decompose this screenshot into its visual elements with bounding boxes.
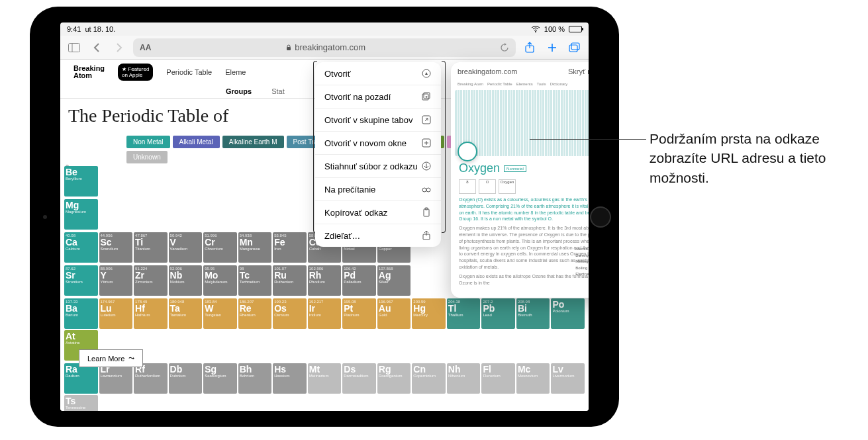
element-Sg[interactable]: SgSeaborgium (203, 363, 237, 394)
element-Pt[interactable]: 195.08PtPlatinum (342, 298, 376, 329)
preview-paragraph-3: Oxygen also exists as the allotrope Ozon… (455, 272, 589, 288)
svg-point-14 (426, 188, 430, 192)
new-tab-button[interactable] (544, 39, 561, 56)
element-Hs[interactable]: HsHassium (273, 363, 307, 394)
element-Ts[interactable]: TsTennessine (64, 395, 98, 411)
element-W[interactable]: 183.84WTungsten (203, 298, 237, 329)
element-Sc[interactable]: 44.956ScScandium (99, 232, 133, 263)
filter-chip-unknown[interactable]: Unknown (126, 151, 168, 163)
element-Ru[interactable]: 101.07RuRuthenium (273, 265, 307, 296)
ctx-kop-rova-odkaz[interactable]: Kopírovať odkaz (315, 201, 441, 224)
element-Hg[interactable]: 200.59HgMercury (412, 298, 446, 329)
preview-paragraph-1: Oxygen (O) exists as a colourless, odour… (455, 195, 589, 224)
battery-percent: 100 % (544, 25, 565, 33)
preview-body: Breaking AtomPeriodic TableElementsTools… (451, 81, 589, 287)
filter-chip-alkali[interactable]: Alkali Metal (173, 136, 220, 148)
reload-button[interactable] (500, 43, 509, 52)
preview-info-boxes: 8 O Oxygen (455, 178, 589, 195)
tab-states[interactable]: Stat (271, 87, 285, 95)
svg-rect-3 (287, 47, 291, 50)
nav-elements[interactable]: Eleme (225, 68, 246, 76)
element-V[interactable]: 50.942VVanadium (169, 232, 203, 263)
forward-button[interactable] (111, 39, 128, 56)
element-Ti[interactable]: 47.867TiTitanium (134, 232, 168, 263)
element-Lu[interactable]: 174.967LuLutetium (99, 298, 133, 329)
element-Zr[interactable]: 91.224ZrZirconium (134, 265, 168, 296)
nav-periodic-table[interactable]: Periodic Table (166, 68, 212, 76)
sidebar-button[interactable] (66, 39, 83, 56)
ctx-otvori-v-novom-okne[interactable]: Otvoriť v novom okne (315, 132, 441, 155)
element-Ca[interactable]: 40.08CaCalcium (64, 232, 98, 263)
element-Rg[interactable]: RgRoentgenium (377, 363, 411, 394)
tabs-button[interactable] (566, 39, 583, 56)
element-Os[interactable]: 190.23OsOsmium (273, 298, 307, 329)
element-Mo[interactable]: 95.95MoMolybdenum (203, 265, 237, 296)
tab-groups[interactable]: Groups (226, 87, 252, 95)
element-Cr[interactable]: 51.996CrChromium (203, 232, 237, 263)
ctx-otvori-v-skupine-tabov[interactable]: Otvoriť v skupine tabov (315, 109, 441, 132)
element-Sr[interactable]: 87.62SrStrontium (64, 265, 98, 296)
element-Lr[interactable]: LrLawrencium (99, 363, 133, 394)
element-Hf[interactable]: 178.49HfHafnium (134, 298, 168, 329)
svg-rect-15 (424, 209, 429, 216)
element-Cn[interactable]: CnCopernicium (412, 363, 446, 394)
element-Pb[interactable]: 207.2PbLead (481, 298, 515, 329)
share-button[interactable] (521, 39, 538, 56)
wifi-icon (531, 26, 540, 32)
element-Mg[interactable]: MgMagnesium (64, 199, 98, 230)
download-icon (421, 161, 432, 171)
element-Re[interactable]: 186.207ReRhenium (238, 298, 272, 329)
element-Tc[interactable]: 98TcTechnetium (238, 265, 272, 296)
element-Db[interactable]: DbDubnium (169, 363, 203, 394)
svg-rect-1 (69, 43, 80, 52)
learn-more-button[interactable]: Learn More ⤳ (79, 349, 143, 367)
glasses-icon (421, 184, 432, 195)
ctx-stiahnu-s-bor-z-odkazu[interactable]: Stiahnuť súbor z odkazu (315, 155, 441, 178)
element-Fe[interactable]: 55.845FeIron (273, 232, 307, 263)
element-Nh[interactable]: NhNihonium (447, 363, 481, 394)
callout-bracket-right (442, 61, 446, 233)
site-logo[interactable]: Breaking Atom (73, 65, 105, 79)
back-button[interactable] (88, 39, 105, 56)
arrow-right-icon: ⤳ (128, 354, 134, 363)
ctx-otvori-na-pozad-[interactable]: Otvoriť na pozadí (315, 85, 441, 109)
url-bar[interactable]: AA breakingatom.com (133, 38, 516, 57)
element-Be[interactable]: BeBeryllium (64, 166, 98, 197)
link-context-menu: OtvoriťOtvoriť na pozadíOtvoriť v skupin… (315, 62, 441, 247)
text-size-button[interactable]: AA (140, 43, 151, 52)
element-Mn[interactable]: 54.938MnManganese (238, 232, 272, 263)
element-Ta[interactable]: 180.948TaTantalum (169, 298, 203, 329)
element-Au[interactable]: 196.967AuGold (377, 298, 411, 329)
element-Ag[interactable]: 107.868AgSilver (377, 265, 411, 296)
element-Rh[interactable]: 102.906RhRhodium (308, 265, 342, 296)
callout-leader-line (530, 139, 646, 140)
ctx-zdie-a-[interactable]: Zdieľať… (315, 224, 441, 247)
ctx-na-pre-tanie[interactable]: Na prečítanie (315, 178, 441, 201)
element-Po[interactable]: PoPolonium (551, 298, 585, 329)
element-Bh[interactable]: BhBohrium (238, 363, 272, 394)
element-Ir[interactable]: 192.217IrIridium (308, 298, 342, 329)
element-Nb[interactable]: 92.906NbNiobium (169, 265, 203, 296)
element-Pd[interactable]: 106.42PdPalladium (342, 265, 376, 296)
element-Tl[interactable]: 204.38TlThallium (447, 298, 481, 329)
stack-plus-icon (421, 91, 432, 102)
element-Ba[interactable]: 137.33BaBarium (64, 298, 98, 329)
element-Y[interactable]: 88.906YYttrium (99, 265, 133, 296)
ctx-otvori-[interactable]: Otvoriť (315, 62, 441, 85)
element-Ds[interactable]: DsDarmstadtium (342, 363, 376, 394)
filter-chip-nonmetal[interactable]: Non Metal (126, 136, 170, 148)
element-Mc[interactable]: McMoscovium (516, 363, 550, 394)
element-Rf[interactable]: RfRutherfordium (134, 363, 168, 394)
element-Mt[interactable]: MtMeitnerium (308, 363, 342, 394)
element-Ra[interactable]: RaRadium (64, 363, 98, 394)
filter-chip-alkearth[interactable]: Alkaline Earth M (222, 136, 284, 148)
home-button[interactable] (590, 206, 611, 228)
ipad-device-frame: 9:41 ut 18. 10. 100 % AA breakingatom.co… (30, 7, 619, 427)
link-preview-popover[interactable]: breakingatom.com Skryť náhľad Breaking A… (451, 62, 589, 298)
element-Bi[interactable]: 208.98BiBismuth (516, 298, 550, 329)
element-Lv[interactable]: LvLivermorium (551, 363, 585, 394)
svg-rect-6 (569, 45, 577, 52)
svg-point-0 (535, 31, 536, 32)
hide-preview-button[interactable]: Skryť náhľad (568, 67, 589, 75)
element-Fl[interactable]: FlFlerovium (481, 363, 515, 394)
